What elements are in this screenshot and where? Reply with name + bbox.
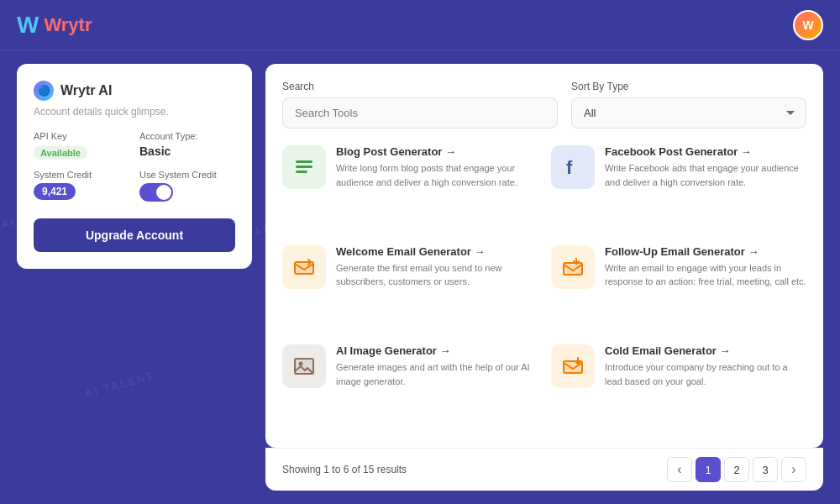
- pagination-prev[interactable]: ‹: [667, 457, 692, 482]
- use-system-credit-toggle[interactable]: [139, 183, 173, 202]
- tool-info: AI Image Generator → Generate images and…: [336, 344, 538, 388]
- tools-content: Search Sort By Type All Blog Email Image…: [265, 64, 823, 448]
- pagination-page-1[interactable]: 1: [696, 457, 721, 482]
- api-key-section: API Key Available: [34, 131, 129, 160]
- pagination-page-2[interactable]: 2: [724, 457, 749, 482]
- tool-desc: Generate the first email you send to new…: [336, 261, 538, 289]
- logo: W Wrytr: [17, 12, 92, 39]
- tool-item[interactable]: Blog Post Generator → Write long form bl…: [282, 145, 538, 232]
- system-credit-label: System Credit: [34, 170, 129, 180]
- tool-desc: Write long form blog posts that engage y…: [336, 161, 538, 189]
- tool-info: Blog Post Generator → Write long form bl…: [336, 145, 538, 189]
- upgrade-button[interactable]: Upgrade Account: [34, 218, 235, 252]
- system-credit-value: 9,421: [34, 183, 76, 200]
- panel-title-row: 🔵 Wrytr AI: [34, 81, 235, 101]
- tools-panel: Search Sort By Type All Blog Email Image…: [265, 64, 823, 491]
- svg-rect-4: [295, 262, 313, 274]
- account-type-value: Basic: [139, 144, 235, 158]
- tool-desc: Introduce your company by reaching out t…: [605, 360, 806, 388]
- tool-info: Facebook Post Generator → Write Facebook…: [605, 145, 806, 189]
- tools-grid: Blog Post Generator → Write long form bl…: [282, 145, 806, 431]
- search-label: Search: [282, 81, 558, 92]
- account-panel: 🔵 Wrytr AI Account details quick glimpse…: [17, 64, 252, 269]
- tool-item[interactable]: AI Image Generator → Generate images and…: [282, 344, 538, 431]
- tool-icon: [551, 344, 595, 388]
- tool-desc: Generate images and art with the help of…: [336, 360, 538, 388]
- main-content: 🔵 Wrytr AI Account details quick glimpse…: [0, 50, 840, 504]
- panel-icon: 🔵: [34, 81, 54, 101]
- tool-info: Follow-Up Email Generator → Write an ema…: [605, 245, 806, 289]
- sort-group: Sort By Type All Blog Email Image Social: [571, 81, 806, 129]
- tool-name: Welcome Email Generator →: [336, 245, 538, 258]
- tool-name: Cold Email Generator →: [605, 344, 806, 357]
- tool-item[interactable]: Follow-Up Email Generator → Write an ema…: [551, 245, 806, 332]
- tool-name: AI Image Generator →: [336, 344, 538, 357]
- pagination-next[interactable]: ›: [781, 457, 806, 482]
- search-group: Search: [282, 81, 558, 129]
- tool-desc: Write an email to engage with your leads…: [605, 261, 806, 289]
- api-key-status: Available: [34, 146, 87, 160]
- tool-icon: [282, 245, 326, 289]
- svg-text:f: f: [566, 157, 573, 178]
- svg-rect-7: [564, 263, 582, 275]
- api-key-label: API Key: [34, 131, 129, 141]
- svg-rect-2: [296, 171, 307, 173]
- pagination-footer: Showing 1 to 6 of 15 results ‹123›: [265, 448, 823, 491]
- pagination-controls: ‹123›: [667, 457, 806, 482]
- pagination-info: Showing 1 to 6 of 15 results: [282, 464, 407, 475]
- use-system-credit-label: Use System Credit: [139, 170, 235, 180]
- header: W Wrytr W: [0, 0, 840, 50]
- account-type-label: Account Type:: [139, 131, 235, 141]
- search-input[interactable]: [282, 97, 558, 129]
- account-info-grid: API Key Available Account Type: Basic Sy…: [34, 131, 235, 202]
- system-credit-section: System Credit 9,421: [34, 170, 129, 202]
- sort-label: Sort By Type: [571, 81, 806, 92]
- tool-icon: f: [551, 145, 595, 189]
- account-type-section: Account Type: Basic: [139, 131, 235, 160]
- tool-item[interactable]: f Facebook Post Generator → Write Facebo…: [551, 145, 806, 232]
- svg-rect-0: [296, 160, 312, 163]
- panel-title: Wrytr AI: [60, 83, 112, 98]
- logo-text: Wrytr: [44, 14, 92, 36]
- avatar[interactable]: W: [793, 10, 823, 40]
- svg-rect-1: [296, 165, 312, 168]
- tool-desc: Write Facebook ads that engage your audi…: [605, 161, 806, 189]
- tool-name: Facebook Post Generator →: [605, 145, 806, 158]
- pagination-page-3[interactable]: 3: [753, 457, 778, 482]
- sort-select[interactable]: All Blog Email Image Social: [571, 97, 806, 129]
- tool-icon: [282, 145, 326, 189]
- tool-info: Welcome Email Generator → Generate the f…: [336, 245, 538, 289]
- tool-item[interactable]: Cold Email Generator → Introduce your co…: [551, 344, 806, 431]
- tool-icon: [282, 344, 326, 388]
- use-system-credit-section: Use System Credit: [139, 170, 235, 202]
- toggle-container: [139, 183, 235, 202]
- panel-subtitle: Account details quick glimpse.: [34, 106, 235, 118]
- tool-item[interactable]: Welcome Email Generator → Generate the f…: [282, 245, 538, 332]
- tool-name: Blog Post Generator →: [336, 145, 538, 158]
- search-row: Search Sort By Type All Blog Email Image…: [282, 81, 806, 129]
- tool-name: Follow-Up Email Generator →: [605, 245, 806, 258]
- tool-info: Cold Email Generator → Introduce your co…: [605, 344, 806, 388]
- logo-w: W: [17, 12, 39, 39]
- tool-icon: [551, 245, 595, 289]
